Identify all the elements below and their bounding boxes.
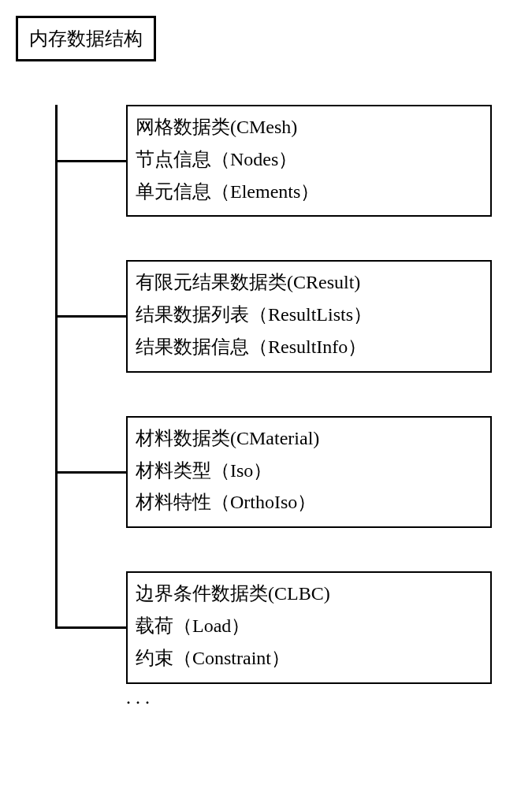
child-box: 网格数据类(CMesh) 节点信息（Nodes） 单元信息（Elements） [126,105,492,217]
child-line: 有限元结果数据类(CResult) [136,266,482,299]
child-line: 节点信息（Nodes） [136,143,482,176]
child-line: 约束（Constraint） [136,642,482,675]
ellipsis: . . . [126,687,516,708]
root-node: 内存数据结构 [16,16,156,61]
child-line: 材料特性（OrthoIso） [136,486,482,519]
child-line: 材料数据类(CMaterial) [136,422,482,455]
child-box: 材料数据类(CMaterial) 材料类型（Iso） 材料特性（OrthoIso… [126,416,492,528]
child-line: 载荷（Load） [136,610,482,642]
child-box: 有限元结果数据类(CResult) 结果数据列表（ResultLists） 结果… [126,260,492,372]
child-node-material: 材料数据类(CMaterial) 材料类型（Iso） 材料特性（OrthoIso… [126,416,516,528]
child-line: 单元信息（Elements） [136,176,482,208]
child-line: 材料类型（Iso） [136,455,482,487]
child-line: 结果数据列表（ResultLists） [136,299,482,331]
child-node-mesh: 网格数据类(CMesh) 节点信息（Nodes） 单元信息（Elements） [126,105,516,217]
child-node-clbc: 边界条件数据类(CLBC) 载荷（Load） 约束（Constraint） [126,571,516,683]
memory-structure-diagram: 内存数据结构 网格数据类(CMesh) 节点信息（Nodes） 单元信息（Ele… [16,16,516,708]
child-node-result: 有限元结果数据类(CResult) 结果数据列表（ResultLists） 结果… [126,260,516,372]
connector-line [55,626,126,629]
connector-line [55,471,126,474]
child-line: 网格数据类(CMesh) [136,111,482,143]
child-line: 边界条件数据类(CLBC) [136,578,482,610]
tree-trunk [55,105,58,629]
child-line: 结果数据信息（ResultInfo） [136,331,482,363]
connector-line [55,160,126,162]
tree: 网格数据类(CMesh) 节点信息（Nodes） 单元信息（Elements） … [55,105,516,708]
connector-line [55,315,126,318]
root-title: 内存数据结构 [29,28,143,49]
child-box: 边界条件数据类(CLBC) 载荷（Load） 约束（Constraint） [126,571,492,683]
